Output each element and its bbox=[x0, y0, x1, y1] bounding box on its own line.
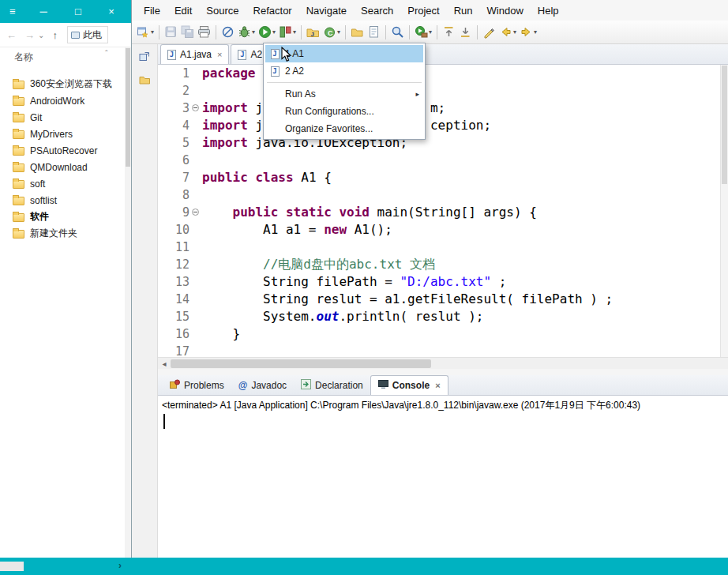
folder-item[interactable]: 新建文件夹 bbox=[0, 225, 131, 242]
folder-item[interactable]: 360安全浏览器下载 bbox=[0, 76, 131, 92]
line-number: 9 bbox=[158, 204, 190, 221]
scrollbar-thumb[interactable] bbox=[126, 48, 130, 167]
menu-help[interactable]: Help bbox=[531, 0, 566, 21]
menu-window[interactable]: Window bbox=[480, 0, 531, 21]
close-button[interactable]: × bbox=[101, 0, 122, 23]
editor-tab-a1.java[interactable]: JA1.java× bbox=[160, 44, 229, 64]
chevron-down-icon[interactable]: ▾ bbox=[534, 28, 537, 36]
chevron-down-icon[interactable]: ▾ bbox=[151, 28, 154, 36]
code-token: main(String[] args) { bbox=[370, 204, 537, 221]
search-button[interactable] bbox=[389, 23, 406, 42]
minimize-button[interactable]: ─ bbox=[33, 0, 54, 23]
line-number: 1 bbox=[158, 65, 190, 82]
print-button[interactable] bbox=[196, 23, 212, 42]
code-token: static bbox=[286, 204, 332, 221]
fold-collapse-icon[interactable] bbox=[192, 104, 199, 111]
code-token: System. bbox=[202, 308, 317, 325]
menu-navigate[interactable]: Navigate bbox=[299, 0, 354, 21]
folder-item[interactable]: QMDownload bbox=[0, 159, 131, 175]
new-java-project-button[interactable]: J bbox=[305, 23, 321, 42]
run-button[interactable]: ▾ bbox=[257, 23, 277, 42]
menu-project[interactable]: Project bbox=[400, 0, 446, 21]
explorer-titlebar[interactable]: ≡ ─ □ × bbox=[0, 0, 131, 23]
java-file-icon: J bbox=[238, 50, 246, 60]
menu-item-organize-favorites-[interactable]: Organize Favorites... bbox=[265, 120, 423, 137]
explorer-menu-icon[interactable]: ≡ bbox=[9, 6, 16, 17]
open-folder-icon bbox=[351, 25, 364, 39]
chevron-down-icon[interactable]: ▾ bbox=[272, 28, 276, 36]
up-arrow-icon[interactable]: ↑ bbox=[52, 29, 58, 41]
external-tools-button[interactable]: ▾ bbox=[413, 23, 433, 42]
folder-item[interactable]: AndroidWork bbox=[0, 92, 131, 109]
skip-breakpoints-button[interactable] bbox=[220, 23, 236, 42]
last-edit-button[interactable] bbox=[481, 23, 497, 42]
view-tab-javadoc[interactable]: @Javadoc bbox=[231, 375, 294, 395]
view-tab-declaration[interactable]: Declaration bbox=[294, 375, 370, 395]
back-button[interactable]: ▾ bbox=[497, 23, 518, 42]
menu-item-run-configurations-[interactable]: Run Configurations... bbox=[265, 103, 423, 120]
line-number: 11 bbox=[158, 239, 190, 256]
annotation-next-button[interactable] bbox=[457, 23, 474, 42]
menu-run[interactable]: Run bbox=[447, 0, 480, 21]
editor-horizontal-scrollbar[interactable]: ◂ bbox=[158, 357, 728, 369]
menu-search[interactable]: Search bbox=[354, 0, 400, 21]
menu-file[interactable]: File bbox=[137, 0, 167, 21]
view-tab-problems[interactable]: Problems bbox=[163, 375, 231, 395]
code-editor[interactable]: 1package 23import j m;4import j ception;… bbox=[158, 65, 728, 357]
code-token: "D:/abc.txt" bbox=[400, 273, 491, 291]
editor-vertical-scrollbar[interactable] bbox=[720, 65, 728, 357]
new-class-button[interactable]: C▾ bbox=[321, 23, 342, 42]
coverage-button[interactable]: ▾ bbox=[277, 23, 298, 42]
menu-item-run-as[interactable]: Run As▸ bbox=[265, 85, 423, 103]
java-app-icon: J bbox=[269, 49, 280, 59]
console-view[interactable]: <terminated> A1 [Java Application] C:\Pr… bbox=[158, 396, 728, 558]
scrollbar-thumb[interactable] bbox=[171, 359, 431, 368]
scroll-right-icon[interactable]: › bbox=[118, 560, 122, 571]
column-header-name[interactable]: 名称 ˆ bbox=[0, 47, 131, 66]
breadcrumb[interactable]: 此电 bbox=[67, 26, 108, 43]
folder-item[interactable]: softlist bbox=[0, 192, 131, 209]
folder-item[interactable]: PSAutoRecover bbox=[0, 142, 131, 159]
fold-collapse-icon[interactable] bbox=[192, 209, 199, 216]
close-tab-icon[interactable]: × bbox=[217, 50, 222, 59]
chevron-down-icon[interactable]: ▾ bbox=[513, 28, 516, 36]
explorer-vertical-scrollbar[interactable] bbox=[125, 47, 131, 558]
folder-item[interactable]: Git bbox=[0, 109, 131, 126]
chevron-down-icon[interactable]: ▾ bbox=[337, 28, 340, 36]
forward-button[interactable]: ▾ bbox=[518, 23, 538, 42]
scrollbar-thumb[interactable] bbox=[722, 66, 727, 184]
open-resource-button[interactable] bbox=[366, 23, 382, 42]
open-folder-button[interactable] bbox=[349, 23, 366, 42]
recent-locations-icon[interactable]: ⌄ bbox=[38, 31, 44, 39]
chevron-down-icon[interactable]: ▾ bbox=[429, 28, 432, 36]
screen: ≡ ─ □ × ←→⌄↑ 此电 名称 ˆ 360安全浏览器下载AndroidWo… bbox=[0, 0, 728, 575]
menu-refactor[interactable]: Refactor bbox=[246, 0, 299, 21]
code-line: 13 String filePath = "D:/abc.txt" ; bbox=[158, 273, 728, 291]
forward-arrow-icon[interactable]: → bbox=[24, 29, 35, 41]
folder-item[interactable]: 软件 bbox=[0, 209, 131, 225]
back-arrow-icon[interactable]: ← bbox=[6, 29, 17, 41]
panel-sash[interactable] bbox=[158, 369, 728, 375]
line-number: 2 bbox=[158, 82, 190, 100]
folder-item[interactable]: MyDrivers bbox=[0, 126, 131, 142]
menu-source[interactable]: Source bbox=[199, 0, 246, 21]
folder-item[interactable]: soft bbox=[0, 175, 131, 192]
package-explorer-icon[interactable] bbox=[139, 73, 151, 88]
chevron-down-icon[interactable]: ▾ bbox=[293, 28, 296, 36]
menu-edit[interactable]: Edit bbox=[167, 0, 199, 21]
maximize-button[interactable]: □ bbox=[68, 0, 88, 23]
view-tab-console[interactable]: Console× bbox=[370, 375, 448, 395]
close-tab-icon[interactable]: × bbox=[435, 381, 440, 390]
save-all-icon bbox=[181, 25, 194, 39]
sort-ascending-icon[interactable]: ˆ bbox=[105, 49, 108, 58]
scroll-left-icon[interactable]: ◂ bbox=[158, 359, 171, 368]
line-number: 12 bbox=[158, 256, 190, 273]
annotation-prev-button[interactable] bbox=[441, 23, 457, 42]
save-button[interactable] bbox=[163, 23, 179, 42]
chevron-down-icon[interactable]: ▾ bbox=[252, 28, 255, 36]
new-wizard-button[interactable]: ▾ bbox=[135, 23, 156, 42]
horizontal-scrollbar-thumb[interactable] bbox=[0, 562, 24, 571]
save-all-button[interactable] bbox=[179, 23, 196, 42]
debug-button[interactable]: ▾ bbox=[236, 23, 257, 42]
restore-views-icon[interactable] bbox=[139, 51, 151, 66]
